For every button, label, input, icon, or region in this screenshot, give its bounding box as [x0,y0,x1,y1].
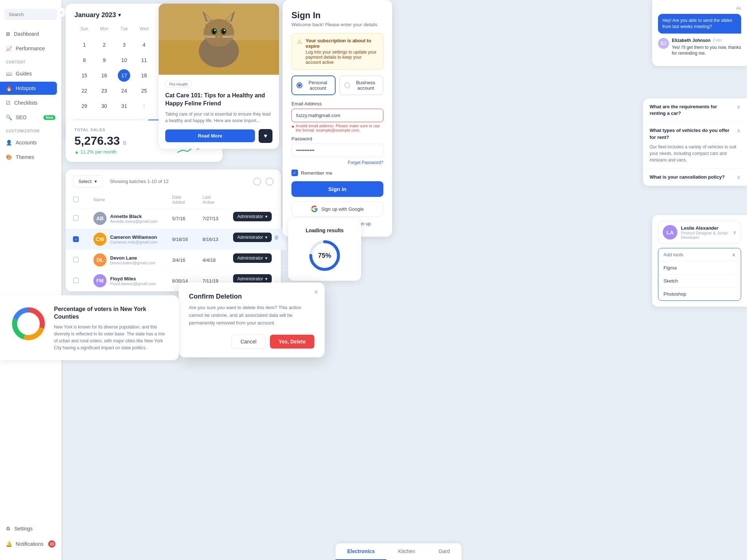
calendar-day[interactable]: 4 [134,37,154,52]
row-checkbox[interactable] [73,215,79,221]
sidebar-item-seo[interactable]: 🔍 SEO New [0,111,61,124]
row-checkbox[interactable]: ✓ [73,236,79,242]
svg-point-10 [213,29,216,34]
user-name: Devon Lane [110,255,155,261]
calendar-day[interactable]: 18 [134,68,154,83]
remember-checkbox[interactable]: ✓ [291,170,298,176]
dashboard-icon: ⊞ [6,31,10,37]
delete-row-icon[interactable]: 🗑 [274,234,279,240]
calendar-day[interactable]: 9 [94,52,115,68]
select-button[interactable]: Select ▾ [73,175,102,187]
calendar-day[interactable]: 15 [74,68,94,83]
profile-role: Product Designer & Junior Developer [681,231,729,240]
tab-garden[interactable]: Gard [427,543,461,560]
table-radio-2[interactable] [266,178,274,186]
row-checkbox[interactable] [73,277,79,283]
profile-header[interactable]: LA Leslie Alexander Product Designer & J… [658,221,741,244]
calendar-day[interactable]: 10 [114,52,134,68]
sidebar-collapse-button[interactable]: ‹ [56,7,66,18]
sidebar-item-label: Themes [16,154,34,160]
chart-card: Percentage of voters in New York Countie… [0,295,179,360]
read-more-button[interactable]: Read More [165,129,255,142]
sidebar-item-guides[interactable]: 📖 Guides [0,67,61,80]
table-row: AB Annette Black Annette.rivera@gmail.co… [66,208,286,229]
faq-header-2[interactable]: What types of vehicles do you offer for … [650,127,740,140]
sidebar-item-performance[interactable]: 📈 Performance [0,42,61,55]
personal-account-button[interactable]: Personal account [291,75,336,95]
sidebar-item-label: Guides [16,71,32,77]
password-input[interactable] [291,144,383,157]
calendar-day[interactable]: 24 [114,83,134,98]
sidebar-item-dashboard[interactable]: ⊞ Dashboard [0,27,61,40]
calendar-month-button[interactable]: January 2023 ▾ [74,11,121,19]
calendar-day[interactable]: 31 [114,98,134,114]
google-signin-button[interactable]: Sign up with Google [291,201,383,217]
forget-password-link[interactable]: Forget Password? [291,160,383,165]
user-email: Floyd.lawson@gmail.com [110,281,156,286]
user-last-active: 7/27/13 [195,208,225,229]
user-role-cell: Administrator▾🗑 [226,229,287,246]
calendar-day[interactable]: 16 [94,68,115,83]
calendar-day[interactable]: 2 [94,37,115,52]
role-badge[interactable]: Administrator▾ [233,253,272,263]
calendar-day[interactable]: 17 [114,68,134,83]
password-label: Password [291,136,383,141]
article-excerpt: Taking care of your cat is essential to … [165,111,272,124]
calendar-day[interactable]: 1 [74,37,94,52]
delete-modal: × Confirm Deletion Are you sure you want… [179,283,325,357]
tab-kitchen[interactable]: Kitchen [386,543,427,560]
calendar-day[interactable]: 3 [114,37,134,52]
row-checkbox[interactable] [73,257,79,262]
user-last-active: 8/16/13 [195,229,225,250]
calendar-day[interactable]: 29 [74,98,94,114]
calendar-day[interactable]: 30 [94,98,115,114]
delete-confirm-button[interactable]: Yes, Delete [270,335,314,349]
tool-sketch[interactable]: Sketch [658,274,741,287]
business-account-button[interactable]: Business account [339,75,383,95]
tool-photoshop[interactable]: Photoshop [658,287,741,300]
cancel-button[interactable]: Cancel [231,335,266,349]
faq-header-3[interactable]: What is your cancellation policy? ∨ [650,174,740,180]
calendar-day[interactable]: 8 [74,52,94,68]
signin-button[interactable]: Sign in [291,181,383,197]
sidebar-item-checklists[interactable]: ☑ Checklists [0,96,61,109]
email-input[interactable] [291,109,383,122]
sidebar-item-settings[interactable]: ⚙ Settings [0,522,61,535]
role-chevron-icon: ▾ [265,235,267,240]
calendar-day[interactable]: 11 [134,52,154,68]
tool-figma[interactable]: Figma [658,261,741,274]
modal-close-button[interactable]: × [314,288,318,296]
role-badge[interactable]: Administrator▾ [233,233,272,242]
role-badge[interactable]: Administrator▾ [233,212,272,221]
article-footer: Read More ♥ [165,129,272,143]
faq-item-1: What are the requirements for renting a … [643,98,747,122]
chat-avatar: EJ [658,38,669,49]
chat-card: Aa Hey! Are you able to send the slides … [652,0,747,66]
user-email: Cameron.mitc@gmail.com [110,240,158,244]
svg-point-12 [214,30,216,31]
sidebar-item-accounts[interactable]: 👤 Accounts [0,136,61,149]
email-label: Email Address [291,101,383,106]
faq-header-1[interactable]: What are the requirements for renting a … [650,104,740,117]
calendar-day[interactable]: 1 [134,98,154,114]
sidebar-item-hotspots[interactable]: 🔥 Hotspots [0,82,57,95]
profile-name: Leslie Alexander [681,225,729,231]
search-input[interactable] [4,9,57,20]
sidebar-item-notifications[interactable]: 🔔 Notifications 23 [0,537,61,551]
chat-message-row: EJ Elizabeth Johnson 2 min Yes! I'll get… [658,38,741,57]
sidebar-item-themes[interactable]: 🎨 Themes [0,151,61,164]
calendar-day[interactable]: 25 [134,83,154,98]
tools-dropdown: Add tools ∧ Figma Sketch Photoshop [658,248,741,301]
calendar-day[interactable]: 23 [94,83,115,98]
table-radio-1[interactable] [253,178,261,186]
profile-info: Leslie Alexander Product Designer & Juni… [681,225,729,240]
sidebar-item-label: Performance [16,46,45,51]
user-date-added: 9/18/16 [165,229,195,250]
tab-electronics[interactable]: Electronics [336,543,386,560]
table-select-all-checkbox[interactable] [73,197,79,202]
chat-bubble: Hey! Are you able to send the slides fro… [658,14,741,34]
tools-header[interactable]: Add tools ∧ [658,248,741,261]
calendar-day[interactable]: 22 [74,83,94,98]
sidebar-section-customization: Customization [0,125,61,135]
heart-button[interactable]: ♥ [259,129,272,143]
